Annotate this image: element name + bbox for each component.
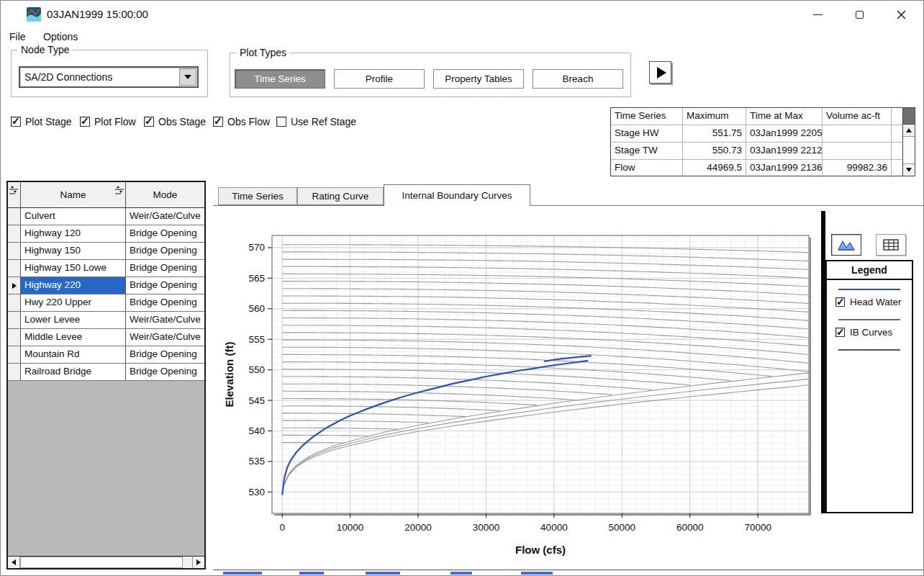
tab-internal-boundary-curves[interactable]: Internal Boundary Curves: [384, 184, 530, 206]
node-type-label: Node Type: [17, 44, 73, 55]
node-name-cell[interactable]: Railroad Bridge: [21, 364, 126, 380]
row-selector-cell[interactable]: [8, 225, 21, 242]
sort-icon[interactable]: [9, 184, 19, 194]
scroll-down-button[interactable]: [903, 163, 915, 176]
node-mode-cell[interactable]: Bridge Opening: [126, 364, 204, 380]
table-row[interactable]: Middle LeveeWeir/Gate/Culve: [8, 329, 204, 346]
summary-table-scrollbar[interactable]: [902, 108, 915, 176]
node-mode-cell[interactable]: Bridge Opening: [126, 346, 204, 363]
node-name-cell[interactable]: Middle Levee: [21, 329, 126, 346]
summary-cell: [823, 125, 892, 142]
node-name-cell[interactable]: Highway 220: [21, 277, 126, 294]
checkbox-obs-flow[interactable]: ✓Obs Flow: [213, 116, 270, 127]
summary-row[interactable]: Stage TW550.7303Jan1999 2212: [611, 143, 902, 160]
checkbox-plot-stage[interactable]: ✓Plot Stage: [11, 116, 72, 127]
checkbox-use-ref-stage[interactable]: Use Ref Stage: [276, 116, 356, 127]
ib-curves-chart[interactable]: 010000200003000040000500006000070000Flow…: [220, 211, 817, 565]
table-row[interactable]: Highway 220Bridge Opening: [8, 277, 204, 294]
row-selector-cell[interactable]: [8, 329, 21, 346]
checkbox-obs-stage[interactable]: ✓Obs Stage: [144, 116, 206, 127]
legend-title: Legend: [827, 261, 912, 280]
node-name-cell[interactable]: Highway 150 Lowe: [21, 260, 126, 276]
node-mode-cell[interactable]: Bridge Opening: [126, 225, 204, 242]
checkbox-label: Plot Stage: [25, 116, 72, 127]
table-row[interactable]: Hwy 220 UpperBridge Opening: [8, 294, 204, 312]
node-mode-cell[interactable]: Weir/Gate/Culve: [126, 312, 204, 328]
row-selector-cell[interactable]: [8, 243, 21, 259]
name-column-header[interactable]: Name: [21, 182, 126, 207]
menu-file[interactable]: File: [2, 28, 33, 45]
scrollbar-track[interactable]: [903, 137, 915, 163]
table-row[interactable]: Highway 120Bridge Opening: [8, 225, 204, 243]
scroll-right-button[interactable]: [192, 557, 204, 568]
row-selector-cell[interactable]: [8, 294, 21, 311]
y-axis: 530535540545550555560565570Elevation (ft…: [223, 242, 272, 497]
plot-type-buttons: Time SeriesProfileProperty TablesBreach: [235, 69, 623, 89]
node-mode-cell[interactable]: Weir/Gate/Culve: [126, 208, 204, 225]
minimize-button[interactable]: [801, 1, 834, 28]
animate-play-button[interactable]: [649, 61, 671, 84]
menu-options[interactable]: Options: [36, 28, 85, 45]
table-row[interactable]: CulvertWeir/Gate/Culve: [8, 208, 204, 225]
svg-text:570: 570: [248, 242, 265, 253]
close-button[interactable]: [884, 1, 918, 28]
tab-time-series[interactable]: Time Series: [218, 187, 297, 205]
sort-icon[interactable]: [114, 184, 124, 194]
plot-type-breach[interactable]: Breach: [533, 69, 623, 89]
table-row[interactable]: Railroad BridgeBridge Opening: [8, 364, 204, 381]
scroll-up-button[interactable]: [903, 125, 915, 137]
node-mode-cell[interactable]: Bridge Opening: [126, 277, 204, 294]
node-mode-cell[interactable]: Bridge Opening: [126, 243, 204, 259]
node-name-cell[interactable]: Hwy 220 Upper: [21, 294, 126, 311]
summary-table: Time SeriesMaximumTime at MaxVolume ac-f…: [610, 107, 915, 176]
table-row[interactable]: Highway 150Bridge Opening: [8, 243, 204, 260]
summary-cell: Stage TW: [611, 143, 683, 159]
x-axis-title: Flow (cfs): [515, 544, 566, 556]
mode-column-header[interactable]: Mode: [126, 182, 204, 207]
table-row[interactable]: Lower LeveeWeir/Gate/Culve: [8, 312, 204, 329]
row-selector-cell[interactable]: [8, 277, 21, 294]
table-row[interactable]: Highway 150 LoweBridge Opening: [8, 260, 204, 277]
legend-checkbox-ib-curves[interactable]: ✓IB Curves: [835, 327, 912, 338]
svg-text:565: 565: [248, 273, 265, 284]
chart-view-button[interactable]: [831, 234, 861, 256]
maximize-button[interactable]: [843, 1, 876, 28]
row-selector-cell[interactable]: [8, 208, 21, 225]
checkbox-plot-flow[interactable]: ✓Plot Flow: [80, 116, 136, 127]
row-selector-cell[interactable]: [8, 364, 21, 380]
combobox-dropdown-button[interactable]: [179, 68, 196, 86]
summary-row[interactable]: Flow44969.503Jan1999 213699982.36: [611, 160, 902, 177]
plot-type-time-series[interactable]: Time Series: [235, 69, 325, 89]
legend-checkbox-head-water[interactable]: ✓Head Water: [835, 297, 912, 307]
svg-text:30000: 30000: [473, 522, 500, 533]
row-selector-cell[interactable]: [8, 312, 21, 328]
table-grid-icon: [883, 239, 899, 251]
summary-header-time-at-max: Time at Max: [746, 108, 823, 125]
scroll-left-button[interactable]: [8, 557, 20, 568]
plot-type-profile[interactable]: Profile: [334, 69, 425, 89]
node-type-combobox[interactable]: SA/2D Connections: [19, 66, 199, 88]
tab-rating-curve[interactable]: Rating Curve: [297, 187, 384, 205]
node-name-cell[interactable]: Culvert: [21, 208, 126, 225]
scrollbar-thumb[interactable]: [20, 557, 183, 568]
node-name-cell[interactable]: Highway 120: [21, 225, 126, 242]
node-name-cell[interactable]: Mountain Rd: [21, 346, 126, 363]
legend-panel: Legend ✓Head Water✓IB Curves: [825, 260, 913, 513]
row-selector-header[interactable]: [8, 182, 21, 207]
summary-row[interactable]: Stage HW551.7503Jan1999 2205: [611, 125, 902, 143]
checkbox-box: ✓: [80, 117, 90, 127]
summary-header-row: Time SeriesMaximumTime at MaxVolume ac-f…: [611, 108, 902, 125]
row-selector-cell[interactable]: [8, 260, 21, 276]
node-mode-cell[interactable]: Bridge Opening: [126, 294, 204, 311]
node-table-hscrollbar[interactable]: [8, 556, 204, 568]
node-name-cell[interactable]: Highway 150: [21, 243, 126, 259]
table-view-button[interactable]: [876, 234, 906, 256]
row-selector-cell[interactable]: [8, 346, 21, 363]
plot-type-property-tables[interactable]: Property Tables: [433, 69, 524, 89]
legend-line-sample: [838, 349, 900, 351]
svg-text:550: 550: [248, 364, 265, 375]
node-name-cell[interactable]: Lower Levee: [21, 312, 126, 328]
node-mode-cell[interactable]: Bridge Opening: [126, 260, 204, 276]
node-mode-cell[interactable]: Weir/Gate/Culve: [126, 329, 204, 346]
table-row[interactable]: Mountain RdBridge Opening: [8, 346, 204, 364]
